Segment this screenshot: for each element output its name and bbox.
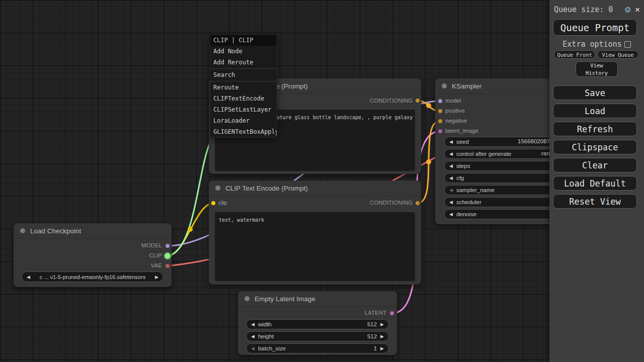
decrement-arrow-icon[interactable]: ◀ xyxy=(251,334,255,339)
link-midpoint-dot xyxy=(188,227,193,232)
decrement-arrow-icon[interactable]: ◀ xyxy=(449,139,453,144)
menu-item-search[interactable]: Search xyxy=(210,69,277,80)
input-slot-positive[interactable] xyxy=(438,109,442,113)
output-slot-latent[interactable] xyxy=(390,311,394,315)
input-label-clip: clip xyxy=(218,200,227,206)
input-label-positive: positive xyxy=(445,108,465,114)
input-label-negative: negative xyxy=(445,118,467,124)
wire-dragging-clip xyxy=(168,139,212,256)
decrement-arrow-icon[interactable]: ◀ xyxy=(449,175,453,180)
output-label-model: MODEL xyxy=(141,242,162,248)
widget-value: 1 xyxy=(374,345,377,351)
increment-arrow-icon[interactable]: ▶ xyxy=(380,334,384,339)
widget-value: 512 xyxy=(367,333,377,339)
menu-item-add-node[interactable]: Add Node xyxy=(210,46,277,57)
height-widget[interactable]: ◀ height 512 ▶ xyxy=(246,331,389,341)
widget-label: batch_size xyxy=(258,345,370,351)
collapse-dot-icon[interactable] xyxy=(20,228,25,233)
close-icon[interactable]: ✕ xyxy=(635,6,640,14)
queue-size-label: Queue size: 0 xyxy=(554,5,620,14)
comfy-menu-panel: Queue size: 0 ⚙ ✕ Queue Prompt Extra opt… xyxy=(549,0,644,362)
node-load-checkpoint[interactable]: Load Checkpoint MODEL CLIP VAE ◀ c ... v… xyxy=(14,223,172,287)
decrement-arrow-icon[interactable]: ◀ xyxy=(449,212,453,217)
queue-front-button[interactable]: Queue Front xyxy=(554,50,595,59)
decrement-arrow-icon[interactable]: ◀ xyxy=(251,322,255,327)
menu-item-reroute[interactable]: Reroute xyxy=(210,82,277,93)
decrement-arrow-icon[interactable]: ◀ xyxy=(251,346,255,351)
node-title-bar[interactable]: Empty Latent Image xyxy=(238,291,397,307)
widget-value: 512 xyxy=(367,321,377,327)
extra-options-checkbox[interactable] xyxy=(624,41,631,48)
width-widget[interactable]: ◀ width 512 ▶ xyxy=(246,319,389,329)
menu-item-loraloader[interactable]: LoraLoader xyxy=(210,115,277,126)
node-title-bar[interactable]: Load Checkpoint xyxy=(14,223,172,239)
output-slot-conditioning[interactable] xyxy=(416,99,420,103)
link-midpoint-dot xyxy=(426,159,431,164)
input-slot-model[interactable] xyxy=(438,99,442,103)
output-label-vae: VAE xyxy=(151,262,162,268)
clear-button[interactable]: Clear xyxy=(553,158,637,172)
menu-item-gligentextboxapply[interactable]: GLIGENTextBoxApply xyxy=(210,126,277,137)
collapse-dot-icon[interactable] xyxy=(245,296,250,301)
prev-arrow-icon[interactable]: ◀ xyxy=(27,275,30,280)
output-label-conditioning: CONDITIONING xyxy=(370,200,413,206)
increment-arrow-icon[interactable]: ▶ xyxy=(380,322,384,327)
load-default-button[interactable]: Load Default xyxy=(553,176,637,191)
comfyui-window: CLIP Text Encode (Prompt) CONDITIONING b… xyxy=(0,0,644,362)
queue-prompt-button[interactable]: Queue Prompt xyxy=(553,19,637,36)
output-slot-clip-highlighted[interactable] xyxy=(165,253,171,259)
decrement-arrow-icon[interactable]: ◀ xyxy=(449,163,453,168)
context-menu-title: CLIP | CLIP xyxy=(210,35,277,46)
node-title: Empty Latent Image xyxy=(255,295,315,303)
context-menu: CLIP | CLIP Add Node Add Reroute Search … xyxy=(210,34,277,138)
settings-gear-icon[interactable]: ⚙ xyxy=(625,5,630,14)
input-label-model: model xyxy=(445,98,461,104)
node-empty-latent-image[interactable]: Empty Latent Image LATENT ◀ width 512 ▶ … xyxy=(238,291,397,355)
widget-label: width xyxy=(258,321,364,327)
node-title: KSampler xyxy=(452,82,481,90)
input-slot-clip[interactable] xyxy=(211,201,215,205)
graph-canvas[interactable]: CLIP Text Encode (Prompt) CONDITIONING b… xyxy=(0,0,644,362)
view-queue-button[interactable]: View Queue xyxy=(597,50,638,59)
load-button[interactable]: Load xyxy=(553,104,637,118)
refresh-button[interactable]: Refresh xyxy=(553,122,637,136)
node-title: Load Checkpoint xyxy=(30,227,81,235)
widget-value: 1566802087 xyxy=(518,138,550,144)
menu-item-cliptextencode[interactable]: CLIPTextEncode xyxy=(210,93,277,104)
save-button[interactable]: Save xyxy=(553,85,637,100)
input-slot-latent-image[interactable] xyxy=(438,129,442,133)
menu-item-add-reroute[interactable]: Add Reroute xyxy=(210,57,277,68)
widget-label: height xyxy=(258,333,364,339)
next-arrow-icon[interactable]: ▶ xyxy=(155,275,158,280)
output-slot-vae[interactable] xyxy=(166,264,170,268)
batch-size-widget[interactable]: ◀ batch_size 1 ▶ xyxy=(246,343,389,353)
reset-view-button[interactable]: Reset View xyxy=(553,194,637,209)
node-title-bar[interactable]: CLIP Text Encode (Prompt) xyxy=(209,180,421,196)
menu-separator xyxy=(210,81,277,81)
node-clip-text-encode-negative[interactable]: CLIP Text Encode (Prompt) clip CONDITION… xyxy=(209,180,421,285)
output-label-conditioning: CONDITIONING xyxy=(370,98,413,104)
view-history-line1: View xyxy=(590,62,603,69)
widget-value: c ... v1-5-pruned-emaonly-fp16.safetenso… xyxy=(34,274,151,280)
prompt-text-area[interactable]: text, watermark xyxy=(215,212,415,281)
input-label-latent-image: latent_image xyxy=(445,128,478,134)
decrement-arrow-icon[interactable]: ◀ xyxy=(449,188,453,193)
output-label-clip: CLIP xyxy=(149,252,162,258)
collapse-dot-icon[interactable] xyxy=(215,186,220,191)
view-history-line2: History xyxy=(586,69,608,76)
output-label-latent: LATENT xyxy=(365,310,386,316)
view-history-button[interactable]: View History xyxy=(576,61,618,77)
output-slot-conditioning[interactable] xyxy=(416,201,420,205)
menu-item-clipsetlastlayer[interactable]: CLIPSetLastLayer xyxy=(210,104,277,115)
decrement-arrow-icon[interactable]: ◀ xyxy=(449,151,453,156)
decrement-arrow-icon[interactable]: ◀ xyxy=(449,200,453,205)
node-title: CLIP Text Encode (Prompt) xyxy=(225,185,308,192)
increment-arrow-icon[interactable]: ▶ xyxy=(380,346,384,351)
extra-options-label: Extra options xyxy=(562,40,621,49)
ckpt-name-widget[interactable]: ◀ c ... v1-5-pruned-emaonly-fp16.safeten… xyxy=(22,272,164,282)
clipspace-button[interactable]: Clipspace xyxy=(553,140,637,154)
input-slot-negative[interactable] xyxy=(438,119,442,123)
output-slot-model[interactable] xyxy=(166,244,170,248)
link-midpoint-dot xyxy=(426,103,431,108)
collapse-dot-icon[interactable] xyxy=(442,83,447,88)
